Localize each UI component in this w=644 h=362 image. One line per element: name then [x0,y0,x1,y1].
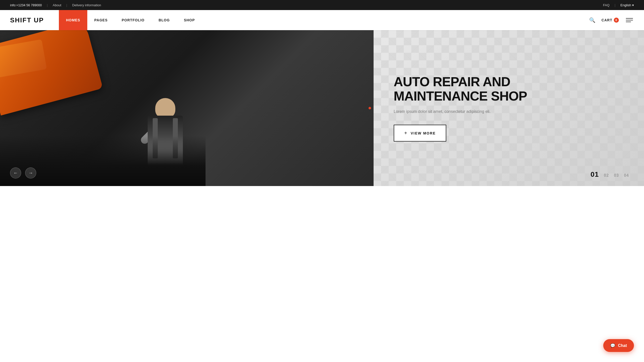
hamburger-line-2 [626,20,633,20]
slide-indicator-1[interactable]: 01 [590,170,599,178]
hero-content: AUTO REPAIR AND MAINTENANCE SHOP Lorem i… [394,75,629,142]
mechanic-head [155,98,175,118]
nav-link-portfolio[interactable]: PORTFOLIO [115,10,152,30]
hero-content-side: AUTO REPAIR AND MAINTENANCE SHOP Lorem i… [374,30,644,186]
top-bar: info:+1234 56 789000 | About | Delivery … [0,0,644,10]
site-logo[interactable]: SHIFT UP [10,16,44,24]
nav-item-shop[interactable]: SHOP [177,10,202,30]
hero-title-line1: AUTO REPAIR AND [394,74,510,89]
next-slide-button[interactable]: → [25,167,36,178]
faq-link[interactable]: FAQ [603,3,610,7]
nav-item-homes[interactable]: HOMES [59,10,87,30]
nav-link-pages[interactable]: PAGES [87,10,115,30]
hero-photo [0,30,374,186]
nav-link-shop[interactable]: SHOP [177,10,202,30]
top-bar-right: FAQ | English ▾ [603,3,634,7]
cart-label: CART [601,18,612,22]
slider-indicators: 01 02 03 04 [590,170,629,178]
slide-indicator-3[interactable]: 03 [614,173,619,178]
plus-icon: + [404,130,408,136]
car-hood-shape [0,30,103,116]
prev-arrow-icon: ← [13,170,18,176]
hamburger-line-3 [626,22,631,22]
language-label: English [620,3,631,7]
view-more-label: VIEW MORE [411,131,436,135]
separator-1: | [47,3,48,7]
separator-2: | [66,3,67,7]
prev-slide-button[interactable]: ← [10,167,21,178]
slide-indicator-4[interactable]: 04 [624,173,629,178]
cart-count: 0 [614,18,619,23]
delivery-link[interactable]: Delivery information [72,3,101,7]
chevron-down-icon: ▾ [632,3,634,7]
nav-menu: HOMES PAGES PORTFOLIO BLOG SHOP [59,10,589,30]
nav-item-blog[interactable]: BLOG [151,10,177,30]
slider-arrows: ← → [10,167,36,178]
orange-accent-dot [369,107,371,109]
navbar: SHIFT UP HOMES PAGES PORTFOLIO BLOG SHOP… [0,10,644,30]
hero-title-line2: MAINTENANCE SHOP [394,89,527,103]
search-icon: 🔍 [589,17,595,23]
language-selector[interactable]: English ▾ [620,3,634,7]
nav-item-pages[interactable]: PAGES [87,10,115,30]
about-link[interactable]: About [53,3,61,7]
nav-link-blog[interactable]: BLOG [151,10,177,30]
view-more-button[interactable]: + VIEW MORE [394,125,446,142]
nav-link-homes[interactable]: HOMES [59,10,87,30]
engine-overlay [0,136,206,186]
slide-indicator-2[interactable]: 02 [604,173,609,178]
nav-item-portfolio[interactable]: PORTFOLIO [115,10,152,30]
next-arrow-icon: → [28,170,33,176]
hero-section: AUTO REPAIR AND MAINTENANCE SHOP Lorem i… [0,30,644,186]
cart-button[interactable]: CART 0 [601,18,619,23]
hamburger-line-1 [626,18,633,19]
separator-3: | [615,3,615,7]
hero-background: AUTO REPAIR AND MAINTENANCE SHOP Lorem i… [0,30,644,186]
hero-title: AUTO REPAIR AND MAINTENANCE SHOP [394,75,629,103]
search-button[interactable]: 🔍 [589,17,595,23]
hamburger-menu-button[interactable] [625,17,634,23]
phone-info: info:+1234 56 789000 [10,3,42,7]
hero-subtitle: Lorem ipsum dolor sit amet, consectetur … [394,108,629,115]
nav-right: 🔍 CART 0 [589,17,634,23]
